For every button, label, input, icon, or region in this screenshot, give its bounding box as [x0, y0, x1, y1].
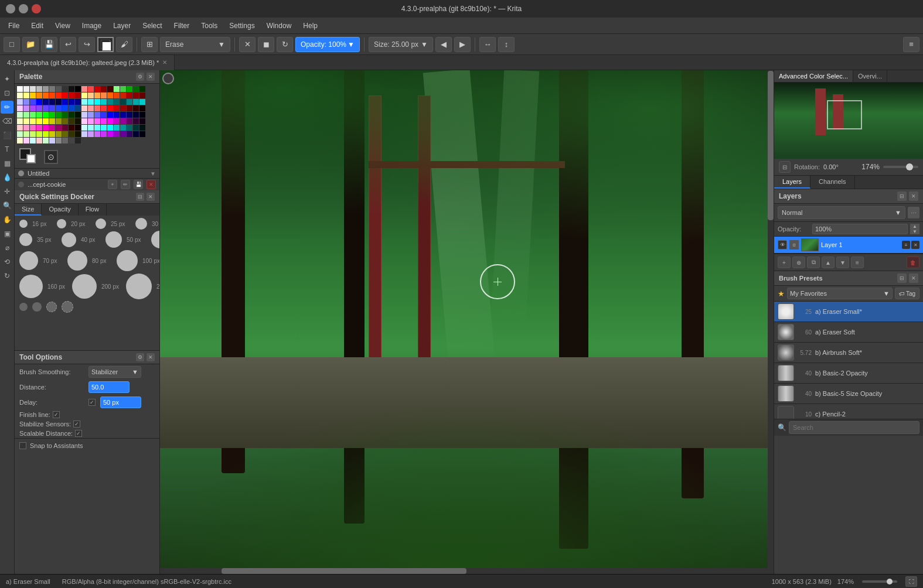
palette-cell[interactable]	[56, 105, 62, 111]
layer-action-2[interactable]: ✕	[911, 241, 919, 249]
palette-cell[interactable]	[56, 125, 62, 131]
layer-alpha-lock[interactable]: α	[789, 240, 799, 249]
palette-cell[interactable]	[133, 93, 139, 98]
tab-close-button[interactable]: ✕	[162, 59, 167, 66]
zoom-tool[interactable]: 🔍	[1, 199, 13, 212]
palette-cell[interactable]	[127, 125, 132, 131]
brush-size-custom-3[interactable]	[46, 302, 57, 312]
duplicate-layer-button[interactable]: ⧉	[807, 257, 820, 268]
brush-size-25[interactable]	[96, 218, 106, 229]
palette-cell[interactable]	[81, 105, 87, 111]
save-button[interactable]: 💾	[41, 37, 57, 52]
layer-filter-button[interactable]: ⋯	[908, 207, 919, 218]
palette-cell[interactable]	[81, 118, 87, 124]
palette-cell[interactable]	[62, 131, 68, 137]
document-tab[interactable]: 4.3.0-prealpha (git 8c9b10e): galteed.jp…	[0, 55, 175, 70]
palette-cell[interactable]	[88, 131, 94, 137]
palette-cell[interactable]	[75, 105, 81, 111]
zoom-slider[interactable]	[883, 166, 918, 168]
layers-close-btn[interactable]: ✕	[909, 192, 918, 201]
palette-cell[interactable]	[127, 118, 132, 124]
palette-cell[interactable]	[56, 112, 62, 118]
palette-cell[interactable]	[114, 93, 120, 98]
fill-tool[interactable]: ⬛	[1, 129, 13, 142]
palette-cell[interactable]	[17, 93, 23, 98]
opacity-value[interactable]: 100%	[812, 224, 908, 234]
palette-cell[interactable]	[69, 86, 74, 92]
palette-cell[interactable]	[107, 86, 113, 92]
palette-cell[interactable]	[94, 125, 100, 131]
palette-cell[interactable]	[139, 118, 145, 124]
scrollbar-thumb-v[interactable]	[768, 71, 774, 220]
palette-cell[interactable]	[81, 93, 87, 98]
palette-cell[interactable]	[69, 138, 74, 143]
brush-smoothing-select[interactable]: Stabilizer ▼	[88, 366, 141, 378]
palette-cell[interactable]	[120, 105, 126, 111]
palette-cell[interactable]	[43, 118, 49, 124]
size-decrease-button[interactable]: ◀	[435, 37, 452, 52]
palette-cell[interactable]	[30, 86, 36, 92]
palette-cell[interactable]	[23, 138, 29, 143]
palette-cell[interactable]	[43, 125, 49, 131]
brush-preset-button[interactable]: 🖌	[116, 37, 132, 52]
tool-options-close-btn[interactable]: ✕	[147, 353, 155, 361]
size-display[interactable]: Size: 25.00 px ▼	[369, 37, 433, 52]
more-options-button[interactable]: ≡	[903, 37, 919, 52]
opacity-down-btn[interactable]: ▼	[910, 229, 919, 234]
zoom-slider-thumb[interactable]	[906, 163, 913, 170]
search-input[interactable]	[789, 421, 919, 434]
palette-cell[interactable]	[36, 138, 42, 143]
brush-preset-item[interactable]: 25a) Eraser Small*	[774, 302, 923, 322]
palette-cell[interactable]	[69, 112, 74, 118]
opacity-up-btn[interactable]: ▲	[910, 224, 919, 229]
brush-size-200[interactable]	[72, 274, 97, 299]
palette-cell[interactable]	[127, 131, 132, 137]
palette-cell[interactable]	[36, 105, 42, 111]
pan-tool[interactable]: ✋	[1, 213, 13, 226]
brush-size-custom-2[interactable]	[32, 302, 42, 312]
palette-cell[interactable]	[30, 112, 36, 118]
palette-cell[interactable]	[43, 138, 49, 143]
palette-cell[interactable]	[114, 112, 120, 118]
brush-size-70[interactable]	[19, 251, 38, 270]
palette-cell[interactable]	[101, 86, 107, 92]
palette-cell[interactable]	[81, 131, 87, 137]
palette-cell[interactable]	[23, 112, 29, 118]
palette-cell[interactable]	[127, 93, 132, 98]
eraser-tool[interactable]: ⌫	[1, 115, 13, 128]
layer-action-1[interactable]: ≡	[902, 241, 910, 249]
menu-select[interactable]: Select	[137, 19, 168, 32]
palette-cell[interactable]	[75, 118, 81, 124]
palette-settings-button[interactable]: ⚙	[136, 73, 144, 81]
brush-size-35[interactable]	[19, 233, 32, 246]
palette-cell[interactable]	[81, 112, 87, 118]
palette-cell[interactable]	[88, 112, 94, 118]
palette-cell[interactable]	[62, 93, 68, 98]
palette-cell[interactable]	[107, 99, 113, 105]
palette-cell[interactable]	[133, 99, 139, 105]
menu-file[interactable]: File	[2, 19, 25, 32]
finish-line-checkbox[interactable]: ✓	[53, 411, 60, 418]
palette-cell[interactable]	[23, 131, 29, 137]
palette-cell[interactable]	[127, 86, 132, 92]
palette-cell[interactable]	[62, 112, 68, 118]
tab-opacity[interactable]: Opacity	[42, 204, 78, 216]
select-rect-tool[interactable]: ▣	[1, 227, 13, 240]
palette-cell[interactable]	[30, 125, 36, 131]
palette-cell[interactable]	[139, 93, 145, 98]
palette-cell[interactable]	[120, 93, 126, 98]
palette-cell[interactable]	[101, 99, 107, 105]
scrollbar-thumb-h[interactable]	[222, 568, 467, 574]
palette-cell[interactable]	[114, 131, 120, 137]
erase-dropdown[interactable]: Erase ▼	[160, 37, 230, 52]
palette-cell[interactable]	[62, 86, 68, 92]
palette-cell[interactable]	[56, 131, 62, 137]
tab-overview[interactable]: Overvi...	[853, 70, 887, 82]
menu-window[interactable]: Window	[261, 19, 298, 32]
palette-cell[interactable]	[36, 131, 42, 137]
clear-button[interactable]: ✕	[239, 37, 256, 52]
brush-size-custom-4[interactable]	[62, 301, 73, 313]
tab-size[interactable]: Size	[15, 204, 42, 216]
palette-cell[interactable]	[43, 99, 49, 105]
palette-cell[interactable]	[36, 99, 42, 105]
